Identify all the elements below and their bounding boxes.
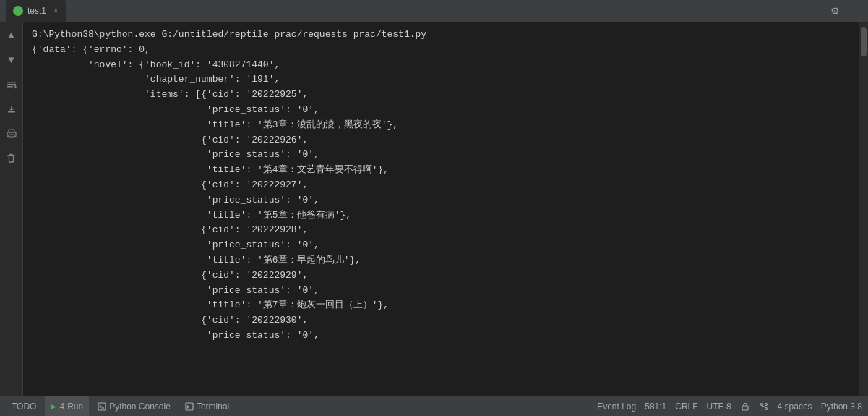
status-bar: TODO ▶ 4 Run Python Console Terminal Eve… bbox=[0, 396, 868, 416]
svg-rect-2 bbox=[7, 86, 13, 88]
svg-rect-0 bbox=[7, 82, 16, 83]
svg-rect-1 bbox=[7, 84, 16, 85]
play-icon: ▶ bbox=[51, 402, 56, 410]
svg-rect-7 bbox=[9, 156, 14, 162]
status-right: Event Log 581:1 CRLF UTF-8 4 spaces Pyth… bbox=[597, 402, 862, 412]
scroll-down-button[interactable]: ▼ bbox=[4, 52, 20, 68]
run-button[interactable]: ▶ 4 Run bbox=[45, 396, 89, 417]
status-left: TODO ▶ 4 Run Python Console Terminal bbox=[6, 396, 235, 417]
svg-rect-10 bbox=[186, 403, 193, 410]
scroll-up-button[interactable]: ▲ bbox=[4, 27, 20, 43]
run-number: 4 bbox=[59, 402, 64, 412]
title-tab[interactable]: test1 × bbox=[6, 0, 66, 22]
python-version-indicator[interactable]: Python 3.8 bbox=[821, 402, 862, 412]
main-area: ▲ ▼ bbox=[0, 22, 868, 396]
print-button[interactable] bbox=[4, 126, 20, 142]
svg-rect-3 bbox=[8, 111, 15, 113]
sidebar: ▲ ▼ bbox=[0, 22, 23, 396]
title-controls: ⚙ — bbox=[828, 4, 862, 18]
run-label: Run bbox=[67, 402, 83, 412]
python-console-label: Python Console bbox=[109, 402, 171, 412]
console-output: G:\Python38\python.exe G:/untitled/repti… bbox=[32, 27, 851, 344]
position-indicator: 581:1 bbox=[645, 402, 666, 412]
svg-rect-11 bbox=[742, 406, 748, 410]
event-log-button[interactable]: Event Log bbox=[597, 402, 636, 412]
svg-line-15 bbox=[762, 405, 766, 407]
svg-point-14 bbox=[765, 403, 767, 405]
wrap-button[interactable] bbox=[4, 77, 20, 93]
encoding-indicator[interactable]: UTF-8 bbox=[707, 402, 731, 412]
terminal-label: Terminal bbox=[197, 402, 229, 412]
console-icon bbox=[98, 402, 106, 411]
tab-close-button[interactable]: × bbox=[53, 7, 59, 15]
svg-point-12 bbox=[760, 403, 762, 405]
scrollbar-track[interactable] bbox=[859, 22, 868, 396]
tab-label: test1 bbox=[27, 6, 46, 16]
terminal-icon bbox=[185, 402, 194, 411]
todo-button[interactable]: TODO bbox=[6, 396, 42, 417]
download-button[interactable] bbox=[4, 101, 20, 117]
terminal-button[interactable]: Terminal bbox=[179, 396, 235, 417]
python-icon bbox=[13, 6, 23, 16]
svg-rect-4 bbox=[9, 130, 14, 132]
indent-indicator[interactable]: 4 spaces bbox=[778, 402, 812, 412]
delete-button[interactable] bbox=[4, 150, 20, 166]
svg-point-13 bbox=[765, 407, 767, 409]
title-bar: test1 × ⚙ — bbox=[0, 0, 868, 22]
todo-label: TODO bbox=[12, 402, 36, 412]
minimize-button[interactable]: — bbox=[848, 4, 862, 18]
scrollbar-thumb[interactable] bbox=[861, 27, 867, 56]
python-console-button[interactable]: Python Console bbox=[92, 396, 176, 417]
line-ending-indicator[interactable]: CRLF bbox=[675, 402, 697, 412]
git-icon bbox=[759, 402, 769, 412]
svg-rect-8 bbox=[98, 403, 106, 410]
lock-icon bbox=[740, 402, 750, 412]
console-area[interactable]: G:\Python38\python.exe G:/untitled/repti… bbox=[23, 22, 859, 396]
settings-button[interactable]: ⚙ bbox=[828, 4, 842, 18]
